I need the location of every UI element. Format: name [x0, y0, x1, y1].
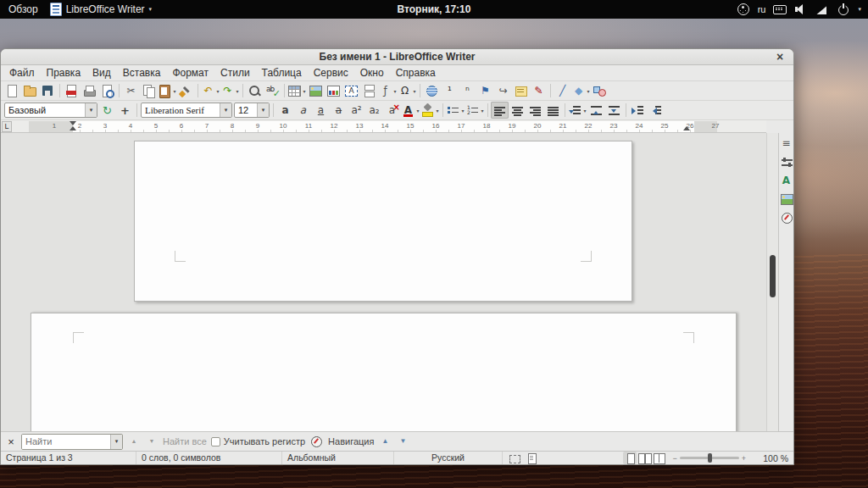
- search-input[interactable]: [22, 435, 110, 449]
- paste-button[interactable]: ▾: [158, 82, 177, 99]
- menubar-item[interactable]: Сервис: [308, 65, 354, 80]
- insert-chart-button[interactable]: [325, 82, 342, 99]
- update-style-button[interactable]: ↻: [98, 102, 116, 119]
- line-spacing-button[interactable]: ▾: [568, 102, 587, 119]
- open-file-button[interactable]: [21, 82, 39, 99]
- page-number-status[interactable]: Страница 1 из 3: [1, 452, 136, 464]
- navigation-icon[interactable]: [309, 435, 324, 449]
- insert-textbox-button[interactable]: [342, 82, 360, 99]
- zoom-slider-handle[interactable]: [708, 453, 712, 463]
- search-history-caret-icon[interactable]: ▾: [110, 435, 122, 449]
- hanging-indent-marker[interactable]: [70, 126, 76, 130]
- align-right-button[interactable]: [526, 102, 544, 119]
- clone-formatting-button[interactable]: [177, 82, 195, 99]
- undo-button[interactable]: ↶▾: [201, 82, 220, 99]
- show-draw-functions-button[interactable]: [591, 82, 609, 99]
- app-menu-button[interactable]: LibreOffice Writer ▾: [50, 3, 152, 16]
- insert-field-button[interactable]: ƒ▾: [378, 82, 398, 99]
- scrollbar-thumb[interactable]: [770, 255, 776, 297]
- navigate-previous-button[interactable]: ▲: [378, 435, 392, 448]
- highlight-color-button[interactable]: ▾: [420, 102, 440, 119]
- insert-comment-button[interactable]: [512, 82, 530, 99]
- font-size-combo[interactable]: 12 ▾: [234, 103, 270, 118]
- numbered-list-button[interactable]: ▾: [465, 102, 485, 119]
- new-document-button[interactable]: [3, 82, 21, 99]
- bold-button[interactable]: а: [276, 102, 294, 119]
- zoom-slider[interactable]: [680, 457, 739, 459]
- increase-paragraph-spacing-button[interactable]: [587, 102, 605, 119]
- strikethrough-button[interactable]: а: [330, 102, 348, 119]
- decrease-paragraph-spacing-button[interactable]: [605, 102, 623, 119]
- font-color-button[interactable]: А▾: [401, 102, 420, 119]
- match-case-checkbox[interactable]: Учитывать регистр: [211, 436, 305, 446]
- cut-button[interactable]: ✂: [122, 82, 140, 99]
- keyboard-layout-indicator[interactable]: ru: [758, 4, 766, 14]
- chevron-down-icon[interactable]: ▾: [257, 103, 269, 117]
- document-modified-icon[interactable]: [525, 452, 538, 464]
- menubar-item[interactable]: Файл: [3, 65, 41, 80]
- zoom-in-icon[interactable]: +: [742, 454, 746, 463]
- volume-icon[interactable]: [794, 3, 808, 16]
- menubar-item[interactable]: Окно: [354, 65, 390, 80]
- subscript-button[interactable]: а₂: [365, 102, 383, 119]
- insert-hyperlink-button[interactable]: [423, 82, 441, 99]
- word-count-status[interactable]: 0 слов, 0 символов: [136, 452, 282, 464]
- chevron-down-icon[interactable]: ▾: [85, 103, 97, 117]
- insert-image-button[interactable]: [307, 82, 325, 99]
- increase-indent-button[interactable]: [629, 102, 647, 119]
- spelling-button[interactable]: [264, 82, 281, 99]
- document-canvas[interactable]: [1, 133, 766, 431]
- underline-button[interactable]: а: [312, 102, 330, 119]
- align-left-button[interactable]: [491, 102, 509, 119]
- basic-shapes-button[interactable]: ◆▾: [571, 82, 591, 99]
- gallery-deck-button[interactable]: [780, 191, 793, 208]
- navigator-deck-button[interactable]: [780, 210, 793, 226]
- track-changes-button[interactable]: ✎: [530, 82, 548, 99]
- right-indent-marker[interactable]: [683, 126, 690, 130]
- system-menu-caret-icon[interactable]: ▾: [858, 6, 861, 13]
- language-status[interactable]: Русский: [394, 452, 503, 464]
- menubar-item[interactable]: Справка: [390, 65, 442, 80]
- properties-deck-button[interactable]: [780, 154, 793, 170]
- clock-button[interactable]: Вторник, 17:10: [398, 3, 471, 15]
- zoom-level[interactable]: 100 %: [749, 453, 793, 463]
- navigate-next-button[interactable]: ▼: [396, 435, 409, 448]
- print-button[interactable]: [81, 82, 98, 99]
- document-page-2[interactable]: [31, 313, 737, 431]
- align-center-button[interactable]: [509, 102, 526, 119]
- find-previous-button[interactable]: ▲: [127, 435, 141, 448]
- checkbox-icon[interactable]: [211, 437, 220, 446]
- book-view-icon[interactable]: [652, 452, 665, 464]
- save-button[interactable]: [39, 82, 57, 99]
- font-name-combo[interactable]: Liberation Serif ▾: [141, 103, 232, 118]
- insert-footnote-button[interactable]: ¹: [441, 82, 459, 99]
- copy-button[interactable]: [140, 82, 158, 99]
- clear-formatting-button[interactable]: а: [383, 102, 401, 119]
- selection-mode-icon[interactable]: [508, 452, 521, 464]
- multi-page-view-icon[interactable]: [637, 452, 651, 464]
- tab-stop-selector[interactable]: L: [2, 121, 12, 132]
- insert-table-button[interactable]: ▾: [287, 82, 307, 99]
- keyboard-icon[interactable]: [773, 3, 787, 16]
- print-preview-button[interactable]: [98, 82, 116, 99]
- single-page-view-icon[interactable]: [623, 452, 637, 464]
- window-close-button[interactable]: ×: [774, 49, 786, 64]
- window-titlebar[interactable]: Без имени 1 - LibreOffice Writer ×: [1, 49, 793, 65]
- horizontal-ruler[interactable]: 1234567891011121314151617181920212223242…: [1, 120, 766, 133]
- chevron-down-icon[interactable]: ▾: [220, 103, 231, 117]
- bullet-list-button[interactable]: ▾: [446, 102, 465, 119]
- vertical-scrollbar[interactable]: [766, 133, 778, 431]
- menubar-item[interactable]: Правка: [41, 65, 87, 80]
- insert-bookmark-button[interactable]: ⚑: [476, 82, 494, 99]
- paragraph-style-combo[interactable]: Базовый ▾: [4, 103, 97, 118]
- accessibility-icon[interactable]: [737, 3, 750, 16]
- insert-endnote-button[interactable]: ⁿ: [459, 82, 476, 99]
- menubar-item[interactable]: Вид: [86, 65, 117, 80]
- italic-button[interactable]: а: [294, 102, 312, 119]
- insert-line-button[interactable]: ╱: [554, 82, 571, 99]
- menubar-item[interactable]: Стили: [214, 65, 256, 80]
- page-style-status[interactable]: Альбомный: [282, 452, 394, 464]
- superscript-button[interactable]: а²: [348, 102, 365, 119]
- activities-button[interactable]: Обзор: [8, 3, 38, 15]
- styles-deck-button[interactable]: А: [780, 173, 793, 189]
